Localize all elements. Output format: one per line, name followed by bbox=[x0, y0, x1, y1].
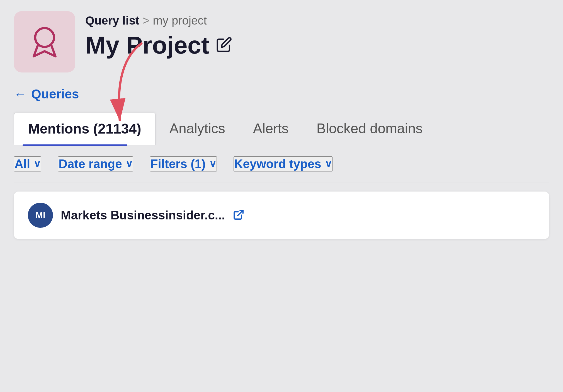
header-text: Query list > my project My Project bbox=[85, 11, 232, 59]
edit-icon[interactable] bbox=[216, 37, 232, 54]
page-container: Query list > my project My Project ← Que… bbox=[0, 0, 563, 250]
avatar: MI bbox=[28, 203, 53, 228]
chevron-down-icon: ∨ bbox=[209, 158, 216, 170]
breadcrumb-current: my project bbox=[153, 14, 207, 27]
back-arrow-icon: ← bbox=[14, 86, 27, 101]
tab-analytics[interactable]: Analytics bbox=[156, 113, 239, 145]
tab-alerts[interactable]: Alerts bbox=[239, 113, 303, 145]
project-title-row: My Project bbox=[85, 32, 232, 59]
filter-date-range-button[interactable]: Date range ∨ bbox=[58, 156, 133, 171]
breadcrumb-query-list[interactable]: Query list bbox=[85, 14, 139, 27]
chevron-down-icon: ∨ bbox=[33, 158, 41, 170]
chevron-down-icon: ∨ bbox=[125, 158, 133, 170]
filter-keyword-types-button[interactable]: Keyword types ∨ bbox=[234, 156, 333, 171]
tab-blocked-domains[interactable]: Blocked domains bbox=[303, 113, 437, 145]
svg-line-2 bbox=[238, 210, 243, 216]
breadcrumb-separator: > bbox=[143, 14, 150, 27]
filter-filters-button[interactable]: Filters (1) ∨ bbox=[150, 156, 217, 171]
filter-bar: All ∨ Date range ∨ Filters (1) ∨ Keyword… bbox=[14, 145, 549, 183]
project-icon bbox=[14, 11, 75, 72]
tabs-container: Mentions (21134) Analytics Alerts Blocke… bbox=[14, 113, 549, 145]
award-icon bbox=[26, 24, 63, 60]
external-link-icon[interactable] bbox=[233, 209, 244, 222]
filter-all-button[interactable]: All ∨ bbox=[14, 156, 41, 171]
header-section: Query list > my project My Project bbox=[14, 11, 549, 72]
tabs-section: Mentions (21134) Analytics Alerts Blocke… bbox=[14, 113, 549, 145]
result-title: Markets Businessinsider.c... bbox=[61, 208, 225, 222]
svg-point-0 bbox=[35, 28, 54, 47]
chevron-down-icon: ∨ bbox=[325, 158, 332, 170]
back-label: Queries bbox=[31, 86, 79, 101]
result-card: MI Markets Businessinsider.c... bbox=[14, 192, 549, 239]
breadcrumb: Query list > my project bbox=[85, 14, 232, 27]
back-navigation[interactable]: ← Queries bbox=[14, 86, 549, 101]
project-title: My Project bbox=[85, 32, 209, 59]
tab-mentions[interactable]: Mentions (21134) bbox=[14, 113, 156, 145]
result-row: MI Markets Businessinsider.c... bbox=[28, 203, 535, 228]
